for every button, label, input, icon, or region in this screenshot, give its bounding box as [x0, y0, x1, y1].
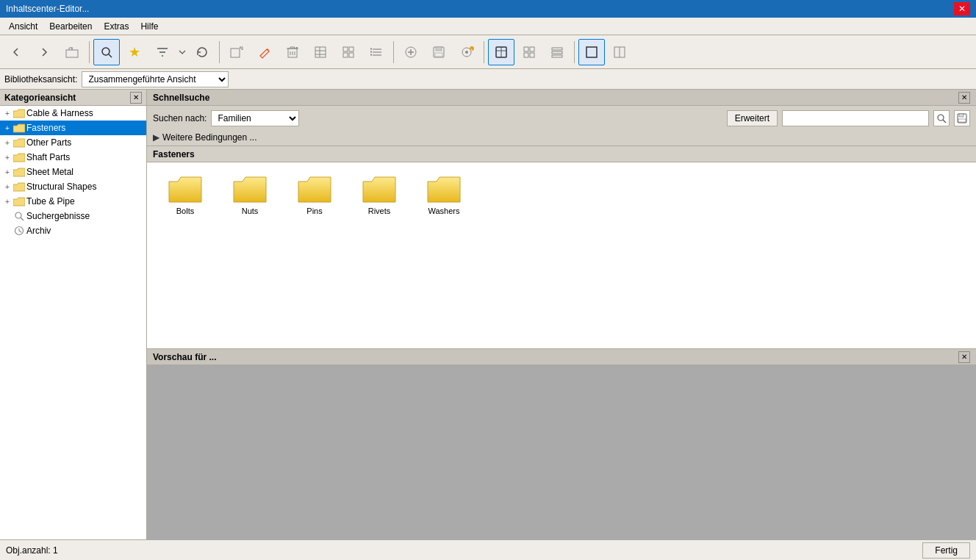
view-list-button[interactable]	[544, 39, 570, 65]
tree-item-archiv[interactable]: Archiv	[0, 223, 146, 238]
tree-item-other-parts[interactable]: + Other Parts	[0, 135, 146, 150]
category-tree: + Cable & Harness + Fasteners +	[0, 106, 146, 539]
filter-button[interactable]	[149, 39, 176, 65]
filter-dropdown-button[interactable]	[177, 39, 187, 65]
advanced-button[interactable]: Erweitert	[727, 110, 778, 126]
fertig-button[interactable]: Fertig	[922, 542, 970, 559]
back-button[interactable]	[3, 39, 29, 65]
publish-button[interactable]: +	[453, 39, 480, 65]
edit-button[interactable]	[251, 39, 278, 65]
preview-content	[147, 365, 976, 540]
folder-icon-fasteners	[13, 123, 25, 133]
preview-close-button[interactable]: ✕	[958, 351, 970, 363]
tree-item-sheet-metal[interactable]: + Sheet Metal	[0, 165, 146, 179]
search-header: Schnellsuche ✕	[147, 90, 976, 106]
tree-label-cable-harness: Cable & Harness	[26, 108, 93, 118]
search-type-select[interactable]: FamilienTeileAlle	[211, 110, 299, 126]
svg-rect-45	[586, 47, 597, 57]
menu-ansicht[interactable]: Ansicht	[3, 20, 43, 33]
save-search-button[interactable]	[954, 110, 970, 126]
search-go-button[interactable]	[933, 110, 950, 126]
svg-rect-11	[315, 47, 326, 57]
clock-icon-archiv	[13, 226, 25, 236]
tree-label-tube-pipe: Tube & Pipe	[26, 196, 75, 207]
tree-item-tube-pipe[interactable]: + Tube & Pipe	[0, 194, 146, 209]
add-button[interactable]	[223, 39, 250, 65]
folder-name-bolts: Bolts	[176, 207, 194, 215]
split-dual-button[interactable]	[606, 39, 633, 65]
add2-button[interactable]	[398, 39, 424, 65]
delete-button[interactable]	[279, 39, 306, 65]
svg-rect-57	[958, 119, 966, 122]
more-conditions-button[interactable]: ▶	[153, 132, 159, 143]
folder-icon-shaft-parts	[13, 152, 25, 162]
more-conditions-label: Weitere Bedingungen ...	[162, 132, 257, 143]
category-close-button[interactable]: ✕	[130, 92, 142, 104]
refresh-button[interactable]	[189, 39, 215, 65]
menu-bar: Ansicht Bearbeiten Extras Hilfe	[0, 18, 976, 35]
folder-icon-tube-pipe	[13, 196, 25, 207]
svg-rect-17	[343, 53, 348, 57]
folders-grid: Bolts Nuts	[147, 162, 976, 227]
favorites-button[interactable]: ★	[121, 39, 148, 65]
tree-item-structural-shapes[interactable]: + Structural Shapes	[0, 179, 146, 194]
search-label: Suchen nach:	[153, 113, 207, 123]
folder-name-nuts: Nuts	[242, 207, 259, 215]
svg-rect-24	[370, 54, 372, 55]
svg-rect-30	[435, 53, 442, 57]
folder-item-bolts[interactable]: Bolts	[156, 171, 215, 218]
status-text: Obj.anzahl: 1	[6, 545, 58, 556]
view-large-button[interactable]	[488, 39, 514, 65]
save-button[interactable]	[426, 39, 452, 65]
folder-name-washers: Washers	[428, 207, 460, 215]
expand-sheet-metal: +	[3, 168, 12, 176]
svg-rect-42	[552, 48, 562, 50]
grid-button[interactable]	[335, 39, 362, 65]
tree-item-fasteners[interactable]: + Fasteners	[0, 121, 146, 135]
search-input[interactable]	[782, 110, 929, 126]
list-button[interactable]	[363, 39, 390, 65]
content-header-label: Fasteners	[153, 149, 195, 159]
expand-cable-harness: +	[3, 109, 12, 118]
library-bar: Bibliotheksansicht: Zusammengeführte Ans…	[0, 69, 976, 90]
tree-item-cable-harness[interactable]: + Cable & Harness	[0, 106, 146, 121]
folder-icon-cable-harness	[13, 108, 25, 118]
tree-item-suchergebnisse[interactable]: Suchergebnisse	[0, 209, 146, 223]
svg-rect-41	[530, 53, 534, 57]
title-close-button[interactable]: ✕	[954, 2, 970, 15]
split-single-button[interactable]	[578, 39, 605, 65]
tree-label-structural-shapes: Structural Shapes	[26, 182, 96, 192]
library-label: Bibliotheksansicht:	[4, 74, 77, 85]
menu-bearbeiten[interactable]: Bearbeiten	[43, 20, 98, 33]
library-select[interactable]: Zusammengeführte AnsichtEigene AnsichtSt…	[82, 71, 229, 87]
right-panel: Schnellsuche ✕ Suchen nach: FamilienTeil…	[147, 90, 976, 539]
folder-item-pins[interactable]: Pins	[285, 171, 344, 218]
svg-rect-39	[530, 47, 534, 51]
svg-text:+: +	[470, 47, 473, 51]
up-button[interactable]	[59, 39, 85, 65]
menu-hilfe[interactable]: Hilfe	[134, 20, 164, 33]
svg-line-54	[943, 120, 946, 123]
tree-item-shaft-parts[interactable]: + Shaft Parts	[0, 150, 146, 165]
forward-button[interactable]	[31, 39, 57, 65]
svg-rect-56	[959, 114, 964, 117]
folder-item-rivets[interactable]: Rivets	[350, 171, 409, 218]
menu-extras[interactable]: Extras	[98, 20, 134, 33]
search-icon-suchergebnisse	[13, 211, 25, 221]
folder-item-washers[interactable]: Washers	[415, 171, 473, 218]
folder-icon-washers	[426, 174, 462, 204]
folder-item-nuts[interactable]: Nuts	[220, 171, 279, 218]
folder-icon-other-parts	[13, 137, 25, 148]
svg-rect-43	[552, 51, 562, 54]
expand-tube-pipe: +	[3, 197, 12, 206]
svg-line-49	[21, 218, 24, 220]
svg-point-32	[465, 51, 468, 54]
view-small-button[interactable]	[516, 39, 542, 65]
svg-rect-16	[349, 47, 354, 51]
search-close-button[interactable]: ✕	[958, 92, 970, 104]
category-header: Kategorieansicht ✕	[0, 90, 146, 106]
search-button[interactable]	[93, 39, 120, 65]
table-button[interactable]	[307, 39, 334, 65]
expand-shaft-parts: +	[3, 153, 12, 162]
status-bar: Obj.anzahl: 1 Fertig	[0, 539, 976, 560]
